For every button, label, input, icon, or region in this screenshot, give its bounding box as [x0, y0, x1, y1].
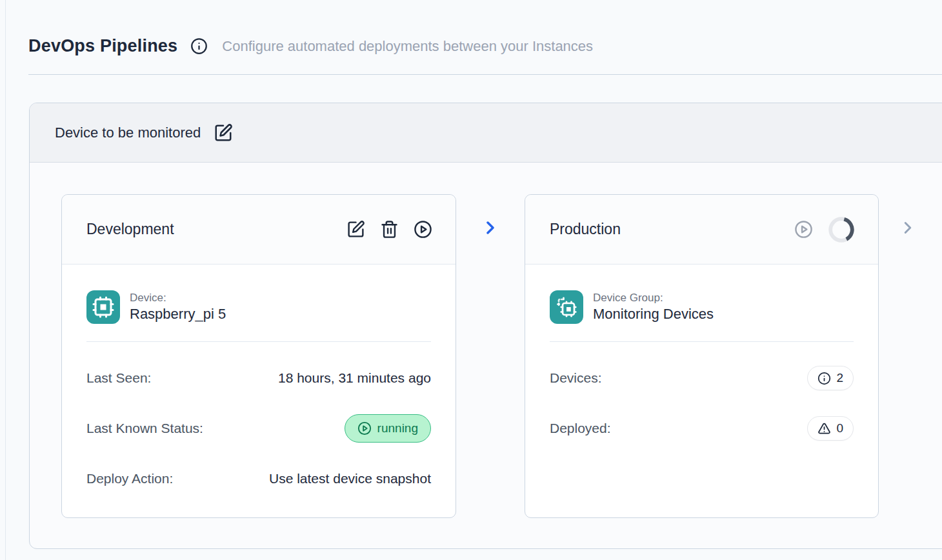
stage-title-production: Production [550, 221, 621, 238]
status-badge: running [345, 414, 431, 443]
stage-card-production: Production [525, 194, 879, 518]
production-card-body: Device Group: Monitoring Devices Devices… [525, 265, 878, 517]
status-badge-label: running [377, 421, 418, 435]
info-circle-icon [817, 372, 831, 385]
deployed-count-badge[interactable]: 0 [807, 416, 854, 441]
deploy-action-label: Deploy Action: [86, 471, 173, 486]
page-title: DevOps Pipelines [28, 36, 177, 56]
development-actions [346, 220, 432, 239]
sidebar-edge-divider [5, 0, 6, 560]
cpu-chip-icon [86, 290, 120, 324]
development-card-header: Development [62, 195, 456, 265]
development-card-body: Device: Raspberry_pi 5 Last Seen: 18 hou… [62, 265, 456, 517]
stage-title-development: Development [86, 221, 174, 238]
play-circle-icon [357, 421, 372, 435]
last-known-status-row: Last Known Status: running [86, 414, 431, 443]
run-stage-icon[interactable] [414, 220, 432, 239]
next-stage-chevron[interactable] [898, 194, 917, 237]
chevron-right-icon [898, 218, 917, 237]
edit-pipeline-name-icon[interactable] [214, 123, 233, 143]
deployed-label: Deployed: [550, 421, 611, 436]
page-subtitle: Configure automated deployments between … [222, 38, 593, 55]
production-card-header: Production [525, 195, 878, 265]
edit-stage-icon[interactable] [346, 220, 365, 239]
deployed-row: Deployed: 0 [550, 414, 854, 443]
card-divider [86, 341, 431, 342]
device-group-label: Device Group: [593, 292, 714, 305]
pipeline-stages-row: Development [30, 163, 942, 548]
deploy-action-value: Use latest device snapshot [269, 471, 431, 486]
last-seen-row: Last Seen: 18 hours, 31 minutes ago [86, 364, 431, 392]
device-meta: Device: Raspberry_pi 5 [130, 292, 226, 323]
devices-count: 2 [836, 371, 843, 385]
device-group-row: Device Group: Monitoring Devices [550, 290, 854, 324]
device-group-meta: Device Group: Monitoring Devices [593, 292, 714, 323]
stage-connector [456, 194, 525, 238]
devices-label: Devices: [550, 370, 602, 386]
production-actions [794, 216, 855, 243]
run-stage-icon-disabled [794, 220, 813, 239]
chevron-right-icon [480, 217, 501, 238]
warning-triangle-icon [817, 422, 831, 435]
card-divider [550, 341, 854, 342]
cpu-chip-group-icon [550, 290, 583, 324]
last-seen-label: Last Seen: [86, 370, 151, 386]
delete-stage-icon[interactable] [380, 220, 399, 239]
page-header: DevOps Pipelines Configure automated dep… [28, 36, 942, 56]
pipeline-section: Device to be monitored Development [29, 103, 942, 549]
deployed-count: 0 [836, 421, 843, 435]
last-known-status-label: Last Known Status: [86, 421, 203, 436]
device-group-name: Monitoring Devices [593, 306, 714, 323]
device-name: Raspberry_pi 5 [130, 306, 226, 323]
deploy-action-row: Deploy Action: Use latest device snapsho… [86, 465, 431, 493]
device-label: Device: [130, 292, 226, 305]
info-circle-icon[interactable] [190, 37, 208, 55]
devops-pipelines-page: DevOps Pipelines Configure automated dep… [0, 0, 942, 549]
pipeline-name: Device to be monitored [55, 125, 201, 141]
device-row: Device: Raspberry_pi 5 [86, 290, 431, 324]
last-seen-value: 18 hours, 31 minutes ago [278, 370, 431, 386]
stage-card-development: Development [61, 194, 456, 518]
devices-count-badge[interactable]: 2 [807, 366, 854, 390]
loading-spinner [828, 216, 855, 243]
devices-row: Devices: 2 [550, 364, 854, 392]
header-divider [28, 74, 942, 75]
pipeline-section-header: Device to be monitored [30, 103, 942, 163]
